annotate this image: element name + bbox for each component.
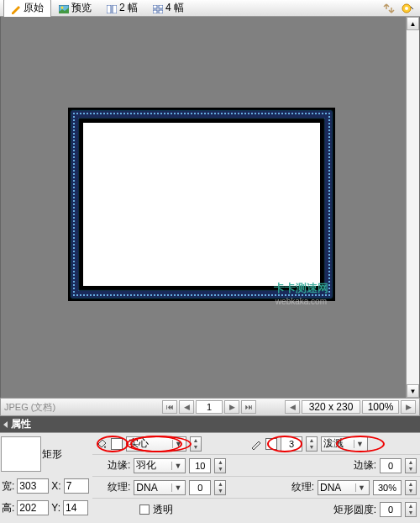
page-number[interactable]: 1 — [196, 400, 223, 414]
watermark-text: 卡卡测速网 — [274, 281, 328, 296]
stroke-texture-spinner[interactable]: ▲▼ — [405, 480, 417, 495]
edge-label: 边缘: — [108, 458, 130, 473]
stroke-texture-amount[interactable]: 30% — [373, 480, 402, 495]
fill-color-swatch[interactable] — [111, 438, 123, 450]
tab-label: 原始 — [24, 1, 44, 15]
texture-label: 纹理: — [108, 480, 130, 494]
width-label: 宽: — [2, 479, 14, 494]
four-up-icon — [153, 4, 163, 13]
height-label: 高: — [2, 501, 14, 515]
image-icon — [59, 4, 69, 13]
width-input[interactable]: 303 — [17, 478, 49, 494]
tab-label: 4 幅 — [165, 1, 184, 15]
first-page-button[interactable]: ⏮ — [162, 400, 177, 414]
svg-rect-7 — [159, 10, 163, 13]
stroke-width-spinner[interactable]: ▲▼ — [306, 436, 318, 452]
texture-combo[interactable]: DNA▼ — [134, 480, 186, 495]
svg-rect-4 — [153, 5, 157, 8]
tab-4up[interactable]: 4 幅 — [145, 0, 192, 18]
pencil-icon — [11, 4, 21, 13]
scroll-up-icon[interactable]: ▲ — [407, 17, 419, 30]
rect-round-spinner[interactable]: ▲▼ — [405, 502, 417, 517]
transparent-label: 透明 — [153, 503, 173, 517]
chevron-down-icon: ▼ — [171, 462, 183, 470]
fill-mode-combo[interactable]: 实心▼ — [126, 436, 186, 452]
edge-amount-spinner[interactable]: ▲▼ — [214, 458, 226, 473]
tab-2up[interactable]: 2 幅 — [99, 0, 145, 18]
tab-preview[interactable]: 预览 — [51, 0, 99, 18]
dimensions-display[interactable]: 320 x 230 — [302, 400, 360, 414]
properties-title: 属性 — [11, 417, 31, 431]
stroke-width-input[interactable]: 3 — [281, 436, 302, 452]
x-input[interactable]: 7 — [64, 478, 89, 494]
prev-page-button[interactable]: ◀ — [179, 400, 194, 414]
settings-icon-button[interactable] — [400, 2, 415, 15]
stroke-mode-combo[interactable]: 泼溅▼ — [321, 436, 368, 452]
rect-round-input[interactable]: 0 — [380, 502, 402, 517]
chevron-down-icon: ▼ — [355, 483, 367, 492]
chevron-down-icon: ▼ — [354, 440, 365, 448]
tab-label: 预览 — [71, 1, 92, 15]
y-input[interactable]: 14 — [63, 500, 88, 515]
properties-panel: 矩形 宽: 303 X: 7 高: 202 Y: 14 实心▼ ▲▼ 3 ▲▼ … — [0, 432, 420, 523]
shape-thumbnail[interactable] — [1, 436, 41, 472]
fill-bucket-icon — [96, 438, 108, 450]
scroll-down-icon[interactable]: ▼ — [407, 384, 419, 398]
svg-point-9 — [405, 7, 408, 10]
svg-rect-2 — [107, 5, 111, 13]
zoom-display[interactable]: 100% — [362, 400, 399, 414]
texture-amount-input[interactable]: 0 — [189, 480, 211, 495]
properties-header[interactable]: 属性 — [0, 416, 420, 432]
tab-original[interactable]: 原始 — [3, 0, 51, 18]
transparent-checkbox[interactable] — [139, 505, 150, 515]
stroke-color-swatch[interactable] — [265, 438, 277, 450]
edge-mode-combo[interactable]: 羽化▼ — [134, 458, 186, 473]
y-label: Y: — [51, 502, 60, 514]
edge-amount-input[interactable]: 10 — [189, 458, 211, 473]
chevron-down-icon: ▼ — [172, 440, 184, 448]
svg-rect-6 — [153, 10, 157, 13]
svg-rect-3 — [113, 5, 117, 13]
watermark-sub: webkaka.com — [276, 297, 327, 306]
shape-type-label: 矩形 — [42, 447, 62, 462]
next-page-button[interactable]: ▶ — [224, 400, 239, 414]
stroke-edge-input[interactable]: 0 — [380, 458, 402, 473]
stroke-edge-label: 边缘: — [354, 458, 376, 473]
format-label: JPEG (文档) — [4, 401, 160, 414]
tab-label: 2 幅 — [119, 1, 138, 15]
nav-right-button[interactable]: ▶ — [401, 400, 416, 414]
x-label: X: — [51, 480, 60, 492]
svg-rect-5 — [159, 5, 163, 8]
stroke-texture-combo[interactable]: DNA▼ — [318, 480, 370, 495]
last-page-button[interactable]: ⏭ — [241, 400, 256, 414]
height-input[interactable]: 202 — [17, 500, 49, 515]
fill-mode-spinner[interactable]: ▲▼ — [190, 436, 202, 452]
status-bar: JPEG (文档) ⏮ ◀ 1 ▶ ⏭ ◀ 320 x 230 100% ▶ — [0, 398, 420, 416]
svg-point-1 — [61, 6, 64, 8]
export-icon-button[interactable] — [381, 2, 396, 15]
collapse-icon — [3, 421, 8, 428]
nav-left-button[interactable]: ◀ — [285, 400, 300, 414]
vertical-scrollbar[interactable]: ▲ ▼ — [406, 17, 419, 398]
texture-amount-spinner[interactable]: ▲▼ — [214, 480, 226, 495]
stroke-texture-label: 纹理: — [291, 480, 314, 494]
two-up-icon — [107, 4, 117, 13]
view-tabs: 原始 预览 2 幅 4 幅 — [0, 0, 420, 17]
rect-round-label: 矩形圆度: — [333, 503, 376, 517]
canvas-area[interactable]: 卡卡测速网 webkaka.com ▲ ▼ — [0, 17, 420, 398]
chevron-down-icon: ▼ — [171, 483, 183, 492]
stroke-edge-spinner[interactable]: ▲▼ — [405, 458, 417, 473]
document-preview[interactable]: 卡卡测速网 webkaka.com — [68, 108, 335, 301]
pencil-icon — [250, 438, 262, 450]
